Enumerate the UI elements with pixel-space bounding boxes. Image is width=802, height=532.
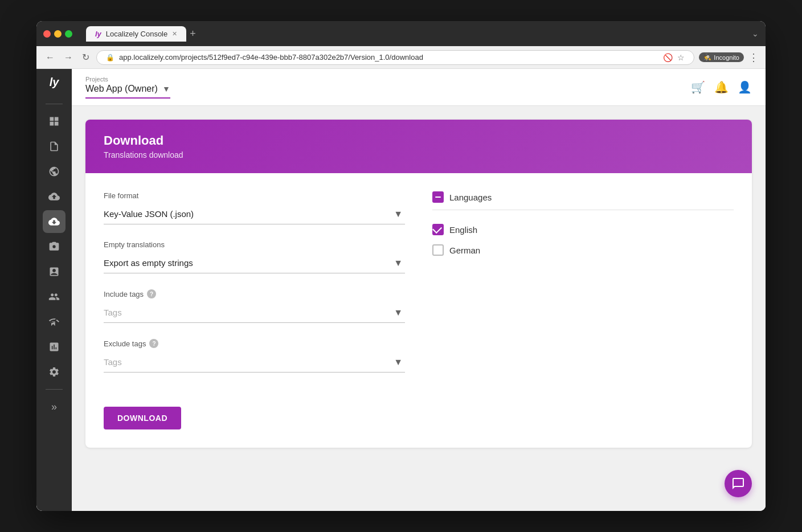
close-button[interactable] bbox=[43, 30, 51, 38]
incognito-icon: 🕵 bbox=[703, 54, 711, 61]
sidebar-item-languages[interactable] bbox=[43, 160, 66, 183]
empty-translations-group: Empty translations Export as empty strin… bbox=[104, 240, 405, 273]
main-content: Projects Web App (Owner) ▼ 🛒 🔔 👤 bbox=[72, 69, 766, 511]
active-tab[interactable]: ly Localizely Console ✕ bbox=[86, 26, 186, 42]
file-format-select[interactable]: Key-Value JSON (.json) ▼ bbox=[104, 204, 405, 224]
english-label: English bbox=[449, 225, 477, 235]
cart-icon[interactable]: 🛒 bbox=[691, 80, 705, 94]
tab-close-icon[interactable]: ✕ bbox=[172, 30, 177, 38]
card-header: Download Translations download bbox=[85, 120, 752, 173]
project-name-dropdown[interactable]: Web App (Owner) ▼ bbox=[85, 84, 170, 99]
bookmark-icon[interactable]: ☆ bbox=[677, 53, 685, 62]
german-checkbox[interactable] bbox=[432, 244, 444, 256]
tab-bar: ly Localizely Console ✕ + bbox=[86, 26, 747, 42]
download-card: Download Translations download File form… bbox=[85, 120, 752, 448]
sidebar-item-upload[interactable] bbox=[43, 185, 66, 208]
bell-icon[interactable]: 🔔 bbox=[714, 80, 729, 94]
file-format-value: Key-Value JSON (.json) bbox=[104, 209, 207, 219]
sidebar-divider-bottom bbox=[46, 389, 63, 390]
card-footer: DOWNLOAD bbox=[85, 407, 752, 448]
download-button[interactable]: DOWNLOAD bbox=[104, 407, 181, 429]
exclude-tags-placeholder: Tags bbox=[104, 357, 136, 367]
file-format-group: File format Key-Value JSON (.json) ▼ bbox=[104, 191, 405, 224]
user-icon[interactable]: 👤 bbox=[738, 80, 752, 94]
lock-icon: 🔒 bbox=[106, 54, 114, 62]
include-tags-label: Include tags ? bbox=[104, 289, 405, 298]
sidebar-item-expand[interactable]: » bbox=[43, 395, 66, 418]
chat-fab-button[interactable] bbox=[725, 470, 752, 497]
back-button[interactable]: ← bbox=[43, 50, 57, 65]
app-layout: ly bbox=[36, 69, 766, 511]
card-body: File format Key-Value JSON (.json) ▼ Emp… bbox=[85, 173, 752, 407]
form-section: File format Key-Value JSON (.json) ▼ Emp… bbox=[104, 191, 405, 388]
include-tags-group: Include tags ? Tags ▼ bbox=[104, 289, 405, 323]
sidebar-item-integrations[interactable] bbox=[43, 310, 66, 333]
include-tags-select[interactable]: Tags ▼ bbox=[104, 303, 405, 323]
german-label: German bbox=[449, 245, 480, 255]
chat-icon bbox=[731, 477, 745, 490]
upload-icon bbox=[48, 191, 60, 202]
exclude-tags-label: Exclude tags ? bbox=[104, 339, 405, 348]
tab-title: Localizely Console bbox=[106, 30, 167, 38]
file-format-arrow: ▼ bbox=[394, 209, 403, 219]
browser-titlebar: ly Localizely Console ✕ + ⌄ bbox=[36, 21, 766, 46]
empty-translations-arrow: ▼ bbox=[394, 258, 403, 268]
exclude-tags-arrow: ▼ bbox=[394, 357, 403, 367]
incognito-badge: 🕵 Incognito bbox=[699, 52, 744, 62]
header-icons: 🛒 🔔 👤 bbox=[691, 80, 752, 94]
url-text: app.localizely.com/projects/512f9ed7-c94… bbox=[119, 53, 658, 62]
empty-translations-label: Empty translations bbox=[104, 240, 405, 249]
project-name: Web App (Owner) bbox=[85, 84, 158, 94]
sidebar: ly bbox=[36, 69, 72, 511]
projects-label: Projects bbox=[85, 76, 170, 83]
forward-button[interactable]: → bbox=[62, 50, 75, 65]
app-header: Projects Web App (Owner) ▼ 🛒 🔔 👤 bbox=[72, 69, 766, 106]
minimize-button[interactable] bbox=[54, 30, 62, 38]
card-subtitle: Translations download bbox=[104, 150, 734, 159]
dashboard-icon bbox=[48, 116, 60, 127]
include-tags-arrow: ▼ bbox=[394, 308, 403, 318]
languages-label: Languages bbox=[449, 193, 492, 202]
sidebar-item-settings[interactable] bbox=[43, 361, 66, 383]
exclude-tags-help-icon[interactable]: ? bbox=[149, 339, 158, 348]
globe-icon bbox=[48, 166, 60, 177]
traffic-lights bbox=[43, 30, 72, 38]
sidebar-item-team[interactable] bbox=[43, 285, 66, 308]
empty-translations-select[interactable]: Export as empty strings ▼ bbox=[104, 253, 405, 273]
sidebar-item-stats[interactable] bbox=[43, 335, 66, 358]
sidebar-item-screenshots[interactable] bbox=[43, 235, 66, 258]
include-tags-help-icon[interactable]: ? bbox=[147, 289, 156, 298]
language-item-german[interactable]: German bbox=[432, 240, 734, 260]
sidebar-item-tasks[interactable] bbox=[43, 260, 66, 283]
browser-expand-icon[interactable]: ⌄ bbox=[752, 29, 759, 38]
project-selector: Projects Web App (Owner) ▼ bbox=[85, 76, 170, 99]
exclude-tags-select[interactable]: Tags ▼ bbox=[104, 353, 405, 373]
file-format-label: File format bbox=[104, 191, 405, 200]
sidebar-logo: ly bbox=[50, 76, 59, 89]
project-dropdown-icon: ▼ bbox=[162, 84, 170, 93]
camera-icon bbox=[48, 241, 60, 252]
language-item-english[interactable]: English bbox=[432, 219, 734, 240]
empty-translations-value: Export as empty strings bbox=[104, 258, 207, 268]
english-checkbox[interactable] bbox=[432, 224, 444, 235]
include-tags-placeholder: Tags bbox=[104, 308, 136, 317]
address-bar-icons: 🚫 ☆ bbox=[663, 53, 685, 62]
sidebar-item-download[interactable] bbox=[43, 210, 66, 233]
tasks-icon bbox=[48, 266, 60, 277]
sidebar-divider-top bbox=[46, 104, 63, 104]
download-icon bbox=[48, 216, 60, 227]
stats-icon bbox=[48, 341, 60, 353]
reload-button[interactable]: ↻ bbox=[80, 50, 92, 65]
sidebar-item-translations[interactable] bbox=[43, 135, 66, 158]
incognito-label: Incognito bbox=[714, 54, 739, 61]
new-tab-button[interactable]: + bbox=[190, 28, 196, 40]
address-bar[interactable]: 🔒 app.localizely.com/projects/512f9ed7-c… bbox=[96, 50, 694, 65]
sidebar-item-dashboard[interactable] bbox=[43, 110, 66, 133]
languages-section: Languages English German bbox=[432, 191, 734, 388]
languages-header: Languages bbox=[432, 191, 734, 210]
more-options-icon[interactable]: ⋮ bbox=[748, 51, 759, 64]
maximize-button[interactable] bbox=[65, 30, 72, 38]
card-title: Download bbox=[104, 133, 734, 148]
broadcast-icon bbox=[48, 316, 60, 328]
languages-deselect-all-icon[interactable] bbox=[432, 191, 444, 203]
